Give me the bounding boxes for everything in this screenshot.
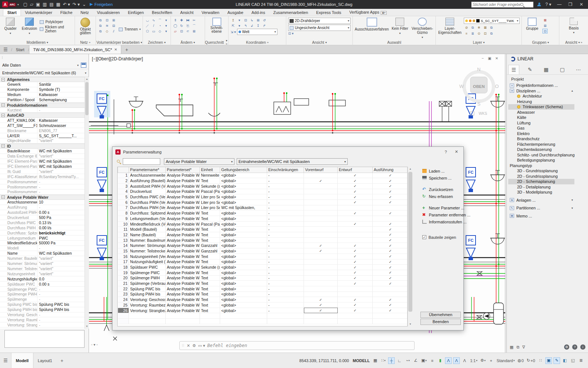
data-cell[interactable]: Durchfluss PWC (Verb... — [129, 194, 166, 200]
property-value[interactable]: WC mit Spülkasten — [37, 149, 85, 153]
data-cell[interactable]: Leitungsmedium (Verb... — [129, 216, 166, 222]
phase-check-cell[interactable]: ✓ — [338, 270, 373, 275]
polar-tracking-icon[interactable]: ◔▾ — [404, 357, 411, 364]
neuer-parameter-button[interactable]: +Neuer Parameter ... — [422, 204, 463, 211]
data-cell[interactable]: Text — [200, 308, 220, 313]
phase-check-cell[interactable]: ✓ — [373, 248, 408, 254]
data-cell[interactable]: Ganzzahl — [200, 243, 220, 248]
tree-item-disziplinen[interactable]: ≔Disziplinen ...▴ — [508, 88, 574, 94]
ribbon-tab-verf-gbare-apps[interactable]: Verfügbare Apps▣▾ — [345, 9, 391, 16]
tree-item-anlagen[interactable]: ⧉Anlagen ...▾ — [508, 198, 574, 203]
file-tab-menu-icon[interactable]: ☰ — [0, 45, 11, 54]
minimize-button[interactable]: — — [556, 2, 563, 7]
table-row[interactable]: 24Verortung: Geschossb...Analyse Potable… — [118, 297, 408, 302]
phase-check-cell[interactable] — [304, 254, 338, 259]
data-cell[interactable]: Nutzungseinheit (Verb... — [129, 254, 166, 259]
data-cell[interactable]: Analyse Potable Water — [166, 178, 200, 184]
property-value[interactable]: Schemaplanung — [37, 98, 85, 102]
data-cell[interactable]: Liter pro Seku... — [200, 205, 220, 210]
property-value[interactable]: 10 — [37, 200, 85, 204]
property-value[interactable]: 0.00 l/s — [37, 226, 85, 230]
property-value[interactable]: WC mit Spülkasten — [37, 251, 85, 255]
data-cell[interactable]: - — [267, 210, 304, 216]
data-cell[interactable]: Nennweite (DN) — [200, 173, 220, 178]
column-header[interactable]: Parametername* — [129, 167, 166, 173]
tree-item-2d-schemaplanung[interactable]: 2D - Schemaplanung — [508, 179, 574, 184]
new-layout-button[interactable]: ＋ — [57, 357, 67, 364]
linear-palette-header[interactable]: LINEAR — [507, 54, 588, 64]
data-cell[interactable]: - — [267, 227, 304, 232]
data-cell[interactable]: Text — [200, 275, 220, 281]
data-cell[interactable]: Spülung PWC bis — [129, 286, 166, 291]
data-cell[interactable]: Analyse Potable Water — [166, 199, 200, 205]
data-cell[interactable]: <global> — [220, 216, 267, 222]
property-row[interactable]: Nutzungseinheit"variiert" — [0, 271, 85, 276]
column-header[interactable]: Einschränkungen — [267, 167, 304, 173]
table-row[interactable]: 10Mindestfließdruck (Ver...Analyse Potab… — [118, 221, 408, 227]
row-number-cell[interactable]: 24 — [118, 297, 129, 302]
ribbon-tab-fl-che[interactable]: Fläche — [56, 9, 76, 16]
annotation-autoscale-icon[interactable]: Λ — [453, 357, 460, 364]
row-number-cell[interactable]: 3 — [118, 183, 129, 189]
save-as-button[interactable]: ▥ — [43, 2, 47, 7]
ribbon-tab-ansicht[interactable]: Ansicht — [176, 9, 197, 16]
property-value[interactable]: 0.00 s — [37, 210, 85, 215]
tree-item-gas[interactable]: Gas — [508, 125, 574, 131]
row-number-cell[interactable]: 21 — [118, 281, 129, 286]
table-row[interactable]: 14Nummer: Strömungsw...Analyse Potable W… — [118, 243, 408, 248]
phase-check-cell[interactable] — [304, 227, 338, 232]
funnel-icon[interactable]: ∇ — [522, 345, 525, 350]
phase-check-cell[interactable]: ✓ — [338, 221, 373, 227]
property-row[interactable]: ATT_KWA1.00KKaltwasser — [0, 118, 85, 123]
data-cell[interactable]: <global> — [220, 227, 267, 232]
angle-icon[interactable]: ↻+0 — [526, 357, 536, 364]
data-cell[interactable]: Analyse Potable Water — [166, 232, 200, 238]
data-cell[interactable]: Analyse Potable Water — [166, 194, 200, 200]
ribbon-tab-express-tools[interactable]: Express Tools — [312, 9, 345, 16]
phase-check-cell[interactable] — [304, 210, 338, 216]
property-value[interactable]: EN806_77 — [37, 128, 85, 133]
data-cell[interactable]: - — [267, 216, 304, 222]
tab-edit-icon[interactable]: ✎ — [524, 65, 535, 74]
phase-check-cell[interactable] — [304, 205, 338, 210]
data-cell[interactable]: Analyse Potable Water — [166, 275, 200, 281]
tree-item-2d-grundrissplanung[interactable]: 2D - Grundrissplanung — [508, 174, 574, 179]
beenden-button[interactable]: Beenden — [420, 319, 461, 325]
solid-edit-icons[interactable]: ⧉⊡⊞⧉≋⊟⧉◇⫽ — [98, 18, 117, 33]
geo-marker-icon[interactable]: ◍0 — [517, 357, 525, 364]
compass-north[interactable]: N — [477, 67, 480, 72]
ribbon-tab-add-ins[interactable]: Add-ins — [247, 9, 269, 16]
phase-check-cell[interactable] — [373, 216, 408, 222]
panel-label-ansicht2[interactable]: Ansicht▾ » — [559, 39, 588, 45]
property-row[interactable]: Verortung: Strangbez...- — [0, 322, 85, 328]
phase-check-cell[interactable]: ✓ — [338, 248, 373, 254]
data-cell[interactable]: <global> — [220, 275, 267, 281]
phase-check-cell[interactable]: ✓ — [373, 227, 408, 232]
section-plane-icon[interactable] — [212, 18, 221, 26]
plot-button[interactable]: ▤ — [49, 2, 53, 7]
property-row[interactable]: ATT_SW_____F1.50Schmutzwasser — [0, 123, 85, 128]
property-row[interactable]: NameWC mit Spülkasten — [0, 251, 85, 256]
data-cell[interactable]: Analyse Potable Water — [166, 237, 200, 243]
phase-check-cell[interactable]: ✓ — [338, 210, 373, 216]
column-header[interactable]: Vorentwurf — [304, 167, 338, 173]
data-cell[interactable]: Analyse Potable Water — [166, 189, 200, 194]
quader-button[interactable]: Quader▾ — [2, 18, 19, 35]
phase-check-cell[interactable]: ✓ — [373, 302, 408, 308]
property-value[interactable]: "variiert" — [37, 261, 85, 266]
property-value[interactable]: Spülung PWC bis — [37, 302, 85, 307]
data-cell[interactable]: Liter pro Seku... — [200, 199, 220, 205]
data-cell[interactable]: Analyse Potable Water — [166, 286, 200, 291]
data-cell[interactable]: Text — [200, 259, 220, 265]
restore-button[interactable]: ❐ — [567, 2, 574, 7]
property-group-header[interactable]: −AutoCAD — [0, 113, 85, 118]
qnew-button[interactable]: ▢ — [23, 2, 27, 7]
property-group-header[interactable]: −Analyse Potable Water — [0, 195, 85, 200]
table-row[interactable]: 8Durchfluss: Spitzendur...Analyse Potabl… — [118, 210, 408, 216]
gruppe-button[interactable]: Gruppe — [524, 18, 541, 31]
phase-check-cell[interactable]: ✓ — [338, 194, 373, 200]
property-value[interactable]: - — [37, 292, 85, 296]
dialog-search-input[interactable] — [123, 158, 160, 165]
table-row[interactable]: 18Spüldauer PWCAnalyse Potable WaterSeku… — [118, 265, 408, 270]
row-number-cell[interactable]: 10 — [118, 221, 129, 227]
